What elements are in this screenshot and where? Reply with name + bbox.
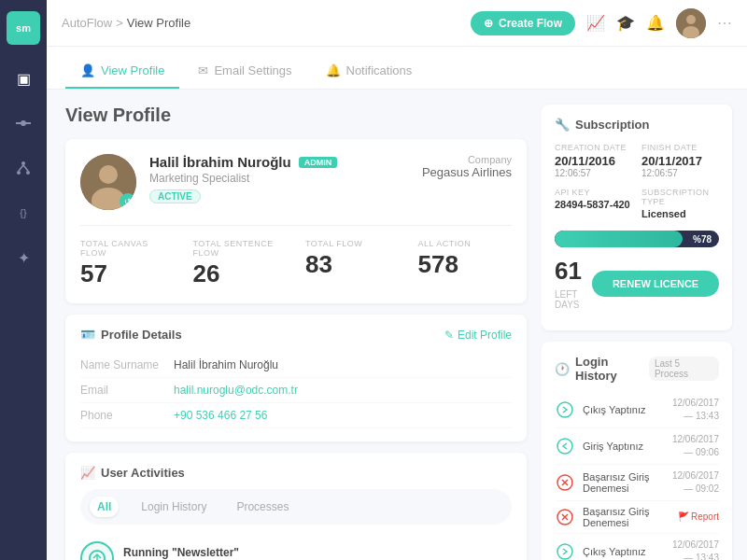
- admin-badge: ADMIN: [299, 157, 338, 168]
- activities-title: 📈 User Activities: [80, 466, 512, 480]
- sub-type-item: Subscription Type Licensed: [641, 188, 719, 219]
- analytics-icon[interactable]: 📈: [586, 14, 605, 32]
- login-time-0: 12/06/2017 — 13:43: [672, 397, 719, 423]
- login-item-1: Giriş Yaptınız 12/06/2017 — 09:06: [555, 428, 719, 465]
- edit-icon: ✎: [444, 329, 454, 342]
- finish-date-label: Finish Date: [641, 143, 719, 152]
- tab-email-settings[interactable]: ✉ Email Settings: [183, 54, 306, 89]
- sidebar-icon-monitor[interactable]: ▣: [7, 62, 40, 95]
- more-icon[interactable]: ⋯: [717, 14, 732, 32]
- tab-notifications[interactable]: 🔔 Notifications: [311, 54, 428, 89]
- app-logo[interactable]: sm: [7, 11, 40, 45]
- svg-point-18: [557, 402, 572, 417]
- sidebar-icon-settings[interactable]: ✦: [7, 241, 40, 274]
- graduation-icon[interactable]: 🎓: [616, 14, 635, 32]
- finish-date-value: 20/11/2017: [641, 154, 719, 168]
- sub-type-label: Subscription Type: [641, 188, 719, 206]
- details-card-title: 🪪 Profile Details: [80, 328, 182, 342]
- last-process-badge: Last 5 Process: [649, 357, 719, 381]
- details-icon: 🪪: [80, 328, 95, 342]
- days-left-info: 61 LEFT DAYS: [555, 257, 592, 310]
- logout-icon-0: [555, 399, 575, 420]
- stat-action-label: All Action: [418, 239, 513, 248]
- fail-icon-2: [555, 472, 575, 493]
- sidebar-icon-code[interactable]: {}: [7, 196, 40, 230]
- detail-phone-value[interactable]: +90 536 466 27 56: [174, 409, 267, 422]
- create-flow-plus-icon: ⊕: [484, 17, 493, 30]
- stat-total-label: Total Flow: [305, 239, 400, 248]
- api-key-value: 28494-5837-420: [555, 199, 632, 210]
- login-history-title-text: Login History: [575, 355, 649, 383]
- days-left-label: LEFT DAYS: [555, 289, 592, 310]
- detail-phone-label: Phone: [80, 409, 174, 422]
- svg-point-5: [26, 171, 30, 175]
- login-history-card: 🕐 Login History Last 5 Process Çıkış Yap…: [542, 342, 732, 560]
- detail-email-value[interactable]: halil.nuroglu@odc.com.tr: [174, 384, 298, 397]
- svg-point-12: [99, 165, 118, 184]
- stat-action-value: 578: [418, 250, 513, 279]
- activities-icon: 📈: [80, 466, 95, 480]
- report-link[interactable]: 🚩 Report: [678, 511, 719, 524]
- tab-view-profile[interactable]: 👤 View Profile: [65, 54, 179, 89]
- bell-icon[interactable]: 🔔: [646, 14, 665, 32]
- svg-rect-2: [26, 122, 31, 124]
- company-name: Pegasus Airlines: [422, 165, 512, 179]
- activity-info-1: Running "Newsletter" 8 January 2017 at 1…: [123, 546, 512, 560]
- user-avatar[interactable]: [676, 8, 706, 38]
- tab-view-profile-label: View Profile: [101, 63, 164, 77]
- subscription-title: 🔧 Subscription: [555, 118, 719, 132]
- sub-type-value: Licensed: [641, 208, 719, 219]
- progress-bar-fill: [555, 231, 683, 247]
- detail-name-value: Halil İbrahim Nuroğlu: [174, 358, 278, 371]
- activity-tab-login[interactable]: Login History: [134, 497, 214, 517]
- profile-name-text: Halil İbrahim Nuroğlu: [149, 154, 291, 170]
- login-desc-4: Çıkış Yaptınız: [583, 546, 665, 557]
- edit-label: Edit Profile: [458, 329, 512, 342]
- svg-point-3: [21, 161, 25, 165]
- profile-info: Halil İbrahim Nuroğlu ADMIN Marketing Sp…: [149, 154, 409, 203]
- svg-point-4: [17, 171, 21, 175]
- activity-tab-processes[interactable]: Processes: [229, 497, 296, 517]
- stat-canvas-label: Total Canvas Flow: [80, 239, 175, 258]
- stat-canvas-value: 57: [80, 259, 175, 288]
- avatar-refresh-icon[interactable]: ↺: [120, 193, 136, 210]
- stats-row: Total Canvas Flow 57 Total Sentence Flow…: [80, 225, 512, 288]
- edit-profile-link[interactable]: ✎ Edit Profile: [444, 329, 512, 342]
- stat-total-flow: Total Flow 83: [305, 239, 400, 288]
- tab-email-settings-label: Email Settings: [214, 63, 291, 77]
- page-heading: View Profile: [65, 105, 527, 126]
- header-actions: ⊕ Create Flow 📈 🎓 🔔 ⋯: [471, 8, 732, 38]
- profile-company: Company Pegasus Airlines: [422, 154, 512, 179]
- create-flow-button[interactable]: ⊕ Create Flow: [471, 11, 575, 35]
- left-column: View Profile ↺ Halil İbrahim Nuro: [47, 90, 542, 560]
- finish-time-value: 12:06:57: [641, 168, 719, 178]
- breadcrumb-app[interactable]: AutoFlow: [62, 16, 112, 30]
- sidebar-icon-pipeline[interactable]: [7, 106, 40, 140]
- tab-profile-icon: 👤: [80, 63, 95, 77]
- subscription-title-text: Subscription: [575, 118, 649, 132]
- activity-icon-newsletter: [80, 541, 114, 560]
- avatar: ↺: [80, 154, 136, 210]
- renew-licence-button[interactable]: RENEW LICENCE: [592, 271, 719, 297]
- page-body: View Profile ↺ Halil İbrahim Nuro: [47, 90, 747, 560]
- svg-point-0: [21, 120, 26, 126]
- login-history-title: 🕐 Login History: [555, 355, 649, 383]
- tab-notif-icon: 🔔: [326, 63, 341, 77]
- status-badge: ACTIVE: [149, 189, 201, 203]
- stat-all-action: All Action 578: [418, 239, 513, 288]
- sidebar-icon-network[interactable]: [7, 151, 40, 185]
- svg-line-7: [23, 165, 28, 171]
- header-bar: AutoFlow > View Profile ⊕ Create Flow 📈 …: [47, 0, 747, 47]
- svg-line-6: [19, 165, 23, 171]
- finish-date-item: Finish Date 20/11/2017 12:06:57: [641, 143, 719, 178]
- create-flow-label: Create Flow: [499, 17, 562, 30]
- activity-tab-all[interactable]: All: [90, 497, 119, 517]
- creation-time-value: 12:06:57: [555, 168, 632, 178]
- detail-row-phone: Phone +90 536 466 27 56: [80, 403, 512, 428]
- creation-date-label: Creation Date: [555, 143, 632, 152]
- creation-date-value: 20/11/2016: [555, 154, 632, 168]
- profile-header: ↺ Halil İbrahim Nuroğlu ADMIN Marketing …: [80, 154, 512, 210]
- login-time-1: 12/06/2017 — 09:06: [672, 433, 719, 459]
- subscription-grid: Creation Date 20/11/2016 12:06:57 Finish…: [555, 143, 719, 219]
- api-key-label: API KEY: [555, 188, 632, 197]
